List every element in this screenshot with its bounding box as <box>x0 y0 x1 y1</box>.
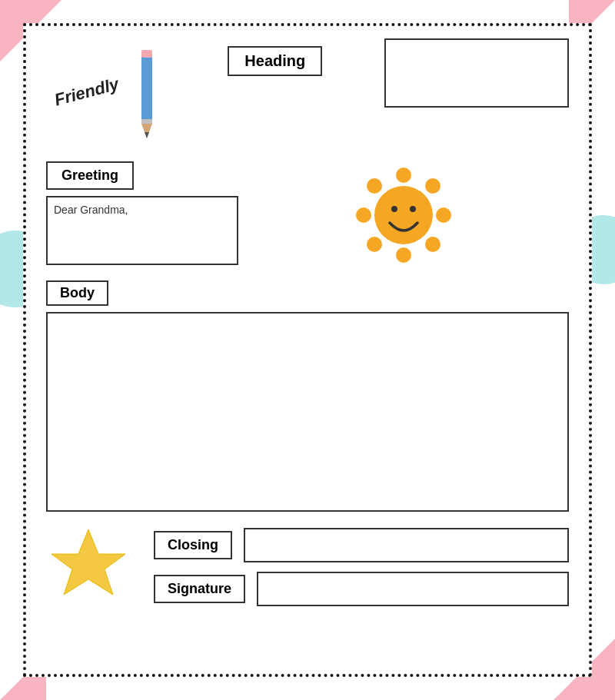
svg-point-8 <box>436 207 451 223</box>
heading-label: Heading <box>228 46 322 76</box>
svg-marker-4 <box>145 132 149 138</box>
dear-grandma-box[interactable]: Dear Grandma, <box>46 196 238 265</box>
svg-rect-2 <box>141 119 152 124</box>
greeting-sun-row: Greeting Dear Grandma, <box>46 161 569 269</box>
svg-point-14 <box>391 206 397 212</box>
greeting-left-col: Greeting Dear Grandma, <box>46 161 238 265</box>
signature-row: Signature <box>154 572 569 606</box>
svg-rect-1 <box>141 50 152 58</box>
body-section: Body <box>46 280 569 512</box>
svg-point-7 <box>356 207 371 223</box>
closing-signature-area: Closing Signature <box>154 528 569 606</box>
svg-point-5 <box>396 168 411 183</box>
body-label: Body <box>46 280 108 306</box>
body-input-box[interactable] <box>46 312 569 512</box>
friendly-letter-title: Friendly <box>52 74 121 111</box>
svg-marker-16 <box>52 529 125 595</box>
svg-point-10 <box>425 178 440 194</box>
svg-point-12 <box>425 237 440 252</box>
star-icon <box>46 523 131 608</box>
title-pencil-area: Friendly <box>46 38 166 146</box>
star-area <box>46 523 138 611</box>
page-content: Friendly Heading <box>23 23 592 677</box>
svg-point-6 <box>396 247 411 263</box>
sun-icon <box>350 161 457 269</box>
svg-rect-0 <box>141 54 152 123</box>
signature-input-box[interactable] <box>257 572 569 606</box>
sun-illustration <box>238 161 569 269</box>
svg-point-13 <box>374 186 433 244</box>
signature-label: Signature <box>154 575 245 603</box>
svg-point-11 <box>367 237 382 252</box>
svg-point-9 <box>367 178 382 194</box>
closing-label: Closing <box>154 531 232 559</box>
greeting-label: Greeting <box>46 161 134 190</box>
closing-input-box[interactable] <box>244 528 569 562</box>
heading-input-box[interactable] <box>384 38 569 108</box>
bottom-section: Closing Signature <box>46 523 569 611</box>
heading-section: Friendly Heading <box>46 38 569 146</box>
closing-row: Closing <box>154 528 569 562</box>
pencil-icon <box>128 46 166 146</box>
svg-point-15 <box>410 206 416 212</box>
